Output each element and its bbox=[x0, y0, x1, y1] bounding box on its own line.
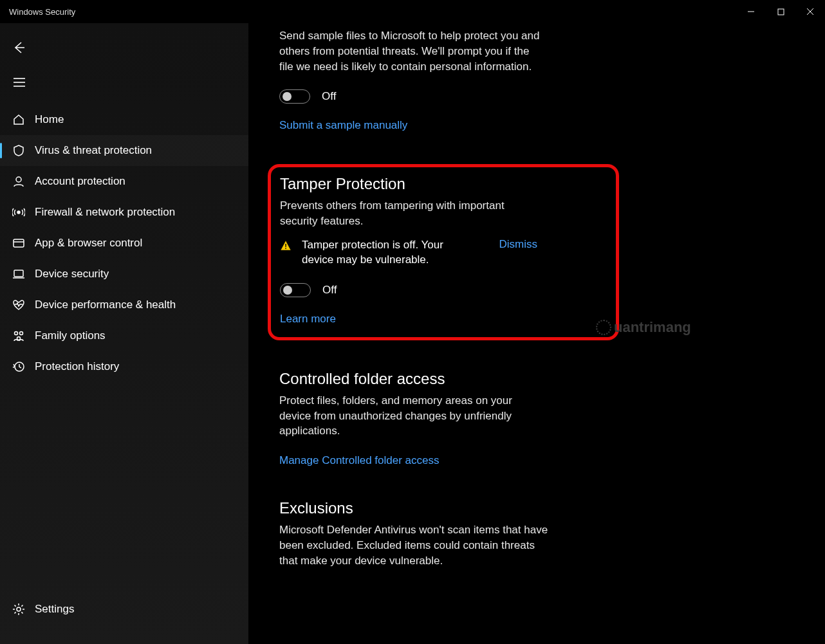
svg-point-17 bbox=[17, 607, 21, 611]
cfa-manage-link[interactable]: Manage Controlled folder access bbox=[279, 454, 440, 467]
section-cfa: Controlled folder access Protect files, … bbox=[279, 370, 799, 467]
warning-icon: ! bbox=[280, 240, 292, 252]
heart-pulse-icon bbox=[12, 298, 26, 312]
home-icon bbox=[12, 113, 26, 127]
svg-point-8 bbox=[17, 211, 20, 214]
sidebar-item-family[interactable]: Family options bbox=[0, 320, 248, 351]
hamburger-button[interactable] bbox=[4, 69, 35, 95]
tamper-toggle[interactable] bbox=[280, 283, 311, 297]
sidebar-item-label: Protection history bbox=[35, 360, 119, 373]
sidebar-item-label: Home bbox=[35, 113, 64, 126]
antenna-icon bbox=[12, 205, 26, 219]
app-browser-icon bbox=[12, 236, 26, 250]
exclusions-title: Exclusions bbox=[279, 499, 799, 517]
tamper-dismiss-link[interactable]: Dismiss bbox=[499, 238, 538, 251]
close-icon bbox=[806, 8, 814, 15]
family-icon bbox=[12, 329, 26, 343]
minimize-button[interactable] bbox=[736, 0, 766, 23]
svg-text:!: ! bbox=[284, 243, 287, 250]
sidebar: Home Virus & threat protection Account p… bbox=[0, 23, 248, 644]
tamper-desc: Prevents others from tampering with impo… bbox=[280, 198, 524, 229]
sidebar-item-history[interactable]: Protection history bbox=[0, 351, 248, 382]
sidebar-item-label: Device performance & health bbox=[35, 299, 176, 311]
history-icon bbox=[12, 360, 26, 374]
sidebar-item-label: App & browser control bbox=[35, 237, 142, 250]
svg-rect-9 bbox=[14, 239, 24, 247]
sample-submission-desc: Send sample files to Microsoft to help p… bbox=[279, 28, 543, 74]
minimize-icon bbox=[747, 8, 755, 15]
section-sample-submission: Send sample files to Microsoft to help p… bbox=[279, 28, 799, 132]
shield-icon bbox=[12, 143, 26, 158]
cfa-title: Controlled folder access bbox=[279, 370, 799, 388]
gear-icon bbox=[12, 602, 26, 616]
section-exclusions: Exclusions Microsoft Defender Antivirus … bbox=[279, 499, 799, 568]
close-button[interactable] bbox=[795, 0, 825, 23]
sidebar-item-home[interactable]: Home bbox=[0, 104, 248, 135]
scrollbar[interactable] bbox=[817, 23, 824, 644]
person-icon bbox=[12, 174, 26, 189]
maximize-icon bbox=[777, 8, 784, 15]
submit-sample-link[interactable]: Submit a sample manually bbox=[279, 119, 407, 132]
tamper-learn-more-link[interactable]: Learn more bbox=[280, 313, 336, 326]
tamper-warning-row: ! Tamper protection is off. Your device … bbox=[280, 238, 537, 268]
sample-submission-toggle-label: Off bbox=[322, 90, 336, 103]
back-button[interactable] bbox=[4, 35, 35, 60]
window-controls bbox=[736, 0, 825, 23]
window-title: Windows Security bbox=[9, 7, 75, 17]
sidebar-item-performance[interactable]: Device performance & health bbox=[0, 290, 248, 320]
sidebar-item-label: Account protection bbox=[35, 175, 125, 188]
sidebar-item-settings[interactable]: Settings bbox=[0, 594, 248, 625]
sidebar-item-label: Family options bbox=[35, 329, 106, 342]
sidebar-item-label: Firewall & network protection bbox=[35, 206, 175, 219]
sidebar-item-label: Virus & threat protection bbox=[35, 144, 152, 157]
tamper-toggle-label: Off bbox=[322, 284, 337, 297]
maximize-button[interactable] bbox=[766, 0, 795, 23]
svg-point-14 bbox=[20, 332, 23, 335]
laptop-icon bbox=[12, 267, 26, 281]
svg-rect-11 bbox=[14, 270, 23, 277]
svg-point-13 bbox=[15, 332, 18, 335]
sidebar-item-account[interactable]: Account protection bbox=[0, 166, 248, 197]
back-arrow-icon bbox=[13, 41, 26, 54]
titlebar: Windows Security bbox=[0, 0, 825, 23]
sidebar-item-virus-threat[interactable]: Virus & threat protection bbox=[0, 135, 248, 166]
sidebar-item-firewall[interactable]: Firewall & network protection bbox=[0, 197, 248, 228]
sidebar-item-device-security[interactable]: Device security bbox=[0, 259, 248, 290]
sidebar-item-app-browser[interactable]: App & browser control bbox=[0, 228, 248, 259]
hamburger-icon bbox=[13, 77, 26, 87]
sidebar-item-label: Device security bbox=[35, 268, 109, 281]
main-content: Send sample files to Microsoft to help p… bbox=[248, 23, 825, 644]
tamper-highlight: Tamper Protection Prevents others from t… bbox=[268, 164, 619, 340]
tamper-title: Tamper Protection bbox=[280, 175, 607, 193]
nav-list: Home Virus & threat protection Account p… bbox=[0, 104, 248, 382]
cfa-desc: Protect files, folders, and memory areas… bbox=[279, 393, 543, 439]
exclusions-desc: Microsoft Defender Antivirus won't scan … bbox=[279, 522, 550, 568]
sidebar-item-label: Settings bbox=[35, 603, 74, 616]
sample-submission-toggle[interactable] bbox=[279, 89, 310, 104]
tamper-warning-text: Tamper protection is off. Your device ma… bbox=[302, 238, 456, 268]
svg-rect-1 bbox=[778, 9, 784, 15]
svg-point-7 bbox=[16, 177, 21, 182]
